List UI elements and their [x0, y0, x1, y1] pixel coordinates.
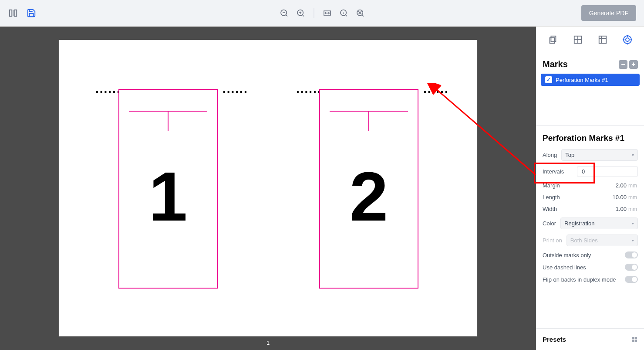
intervals-input[interactable]: [577, 166, 638, 177]
tab-imposition-icon[interactable]: [597, 34, 609, 46]
intervals-row: Intervals: [543, 166, 638, 177]
mark-item-label: Perforation Marks #1: [556, 77, 608, 83]
length-row: Length 10.00 mm: [543, 194, 638, 200]
chevron-down-icon: ▾: [632, 153, 634, 157]
zoom-out-icon[interactable]: [279, 8, 289, 18]
color-label: Color: [543, 220, 556, 227]
print-on-value: Both Sides: [570, 237, 598, 244]
toolbar-center-group: 1: [279, 8, 365, 18]
toolbar-divider: [314, 8, 314, 18]
artboard-number: 1: [149, 156, 188, 237]
right-sidebar: Marks − + ✓ Perforation Marks #1 Perfora…: [536, 27, 644, 350]
intervals-label: Intervals: [543, 168, 564, 175]
width-unit: mm: [628, 206, 638, 212]
panel-header-buttons: − +: [619, 60, 638, 69]
split-columns-icon[interactable]: [8, 8, 18, 18]
svg-line-4: [286, 15, 287, 17]
width-label: Width: [543, 206, 557, 212]
svg-rect-37: [632, 340, 634, 342]
color-select[interactable]: Registration ▾: [560, 217, 638, 229]
svg-text:1: 1: [342, 11, 344, 15]
margin-label: Margin: [543, 182, 560, 189]
outside-marks-row: Outside marks only: [543, 251, 638, 258]
save-icon[interactable]: [26, 8, 37, 18]
width-value: 1.00: [616, 206, 627, 212]
along-label: Along: [543, 152, 557, 158]
perforation-mark: ......: [423, 86, 449, 92]
dashed-lines-label: Use dashed lines: [543, 264, 586, 271]
presets-grid-icon[interactable]: [631, 336, 638, 343]
mark-item-perforation[interactable]: ✓ Perforation Marks #1: [541, 74, 640, 86]
svg-line-16: [362, 15, 364, 17]
chevron-down-icon: ▾: [632, 238, 634, 243]
length-label: Length: [543, 194, 560, 200]
along-value: Top: [565, 152, 574, 158]
outside-marks-label: Outside marks only: [543, 252, 591, 258]
svg-rect-35: [632, 337, 634, 339]
svg-rect-38: [635, 340, 637, 342]
svg-rect-22: [550, 37, 555, 43]
presets-label: Presets: [543, 336, 566, 343]
properties-panel: Perforation Marks #1 Along Top ▾ Interva…: [536, 125, 644, 294]
artboard-number: 2: [350, 156, 388, 237]
toolbar-right: Generate PDF: [581, 5, 636, 21]
svg-rect-36: [635, 337, 637, 339]
svg-rect-26: [599, 36, 607, 44]
svg-line-13: [345, 15, 347, 17]
sidebar-tabs: [536, 27, 644, 53]
main-area: ...... ...... ...... ...... 1 2 1: [0, 27, 644, 350]
properties-title: Perforation Marks #1: [543, 133, 638, 143]
tab-layout-icon[interactable]: [572, 34, 584, 46]
color-value: Registration: [564, 220, 594, 227]
generate-pdf-button[interactable]: Generate PDF: [581, 5, 636, 21]
along-select[interactable]: Top ▾: [561, 149, 638, 161]
toolbar-left-group: [8, 8, 37, 18]
along-row: Along Top ▾: [543, 149, 638, 161]
width-row: Width 1.00 mm: [543, 206, 638, 212]
dashed-lines-row: Use dashed lines: [543, 264, 638, 271]
margin-unit: mm: [628, 183, 638, 189]
svg-point-30: [626, 38, 629, 41]
svg-point-29: [624, 36, 631, 44]
color-row: Color Registration ▾: [543, 217, 638, 229]
print-on-label: Print on: [543, 237, 562, 244]
fold-mark-icon: [129, 111, 207, 112]
flip-duplex-row: Flip on backs in duplex mode: [543, 276, 638, 283]
zoom-in-icon[interactable]: [295, 8, 306, 18]
perforation-mark: ......: [95, 86, 121, 92]
perforation-mark: ......: [223, 86, 248, 92]
add-mark-button[interactable]: +: [629, 60, 638, 69]
chevron-down-icon: ▾: [632, 221, 634, 226]
length-value: 10.00: [612, 194, 627, 200]
tab-pages-icon[interactable]: [547, 34, 559, 46]
artboard-2: 2: [319, 89, 418, 289]
length-unit: mm: [628, 194, 638, 200]
flip-duplex-label: Flip on backs in duplex mode: [543, 276, 616, 283]
marks-panel-header: Marks − +: [536, 53, 644, 74]
outside-marks-toggle[interactable]: [625, 251, 638, 258]
mark-checkbox[interactable]: ✓: [545, 76, 552, 83]
dashed-lines-toggle[interactable]: [625, 264, 638, 271]
svg-rect-0: [10, 10, 12, 17]
page-number-label: 1: [266, 340, 270, 346]
marks-list: ✓ Perforation Marks #1: [536, 74, 644, 86]
flip-duplex-toggle[interactable]: [625, 276, 638, 283]
canvas-area[interactable]: ...... ...... ...... ...... 1 2 1: [0, 27, 536, 350]
zoom-actual-icon[interactable]: 1: [338, 8, 349, 18]
svg-rect-1: [14, 10, 17, 17]
print-on-select: Both Sides ▾: [566, 234, 638, 246]
margin-row: Margin 2.00 mm: [543, 182, 638, 189]
fit-width-icon[interactable]: [322, 8, 332, 18]
fold-mark-icon: [330, 111, 408, 112]
tab-marks-icon[interactable]: [621, 34, 634, 46]
perforation-mark: ......: [296, 86, 322, 92]
remove-mark-button[interactable]: −: [619, 60, 627, 69]
svg-rect-21: [551, 36, 556, 42]
presets-section[interactable]: Presets: [536, 328, 644, 350]
top-toolbar: 1 Generate PDF: [0, 0, 644, 27]
svg-line-7: [302, 15, 304, 17]
panel-title: Marks: [543, 59, 568, 69]
artboard-1: 1: [118, 89, 218, 289]
margin-value: 2.00: [616, 182, 627, 189]
zoom-fit-icon[interactable]: [355, 8, 365, 18]
